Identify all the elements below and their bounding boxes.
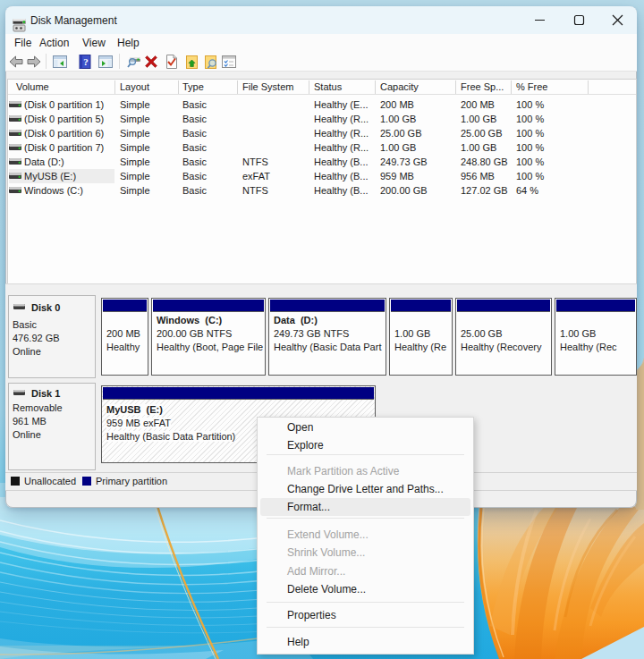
svg-text:?: ? [83,56,89,67]
